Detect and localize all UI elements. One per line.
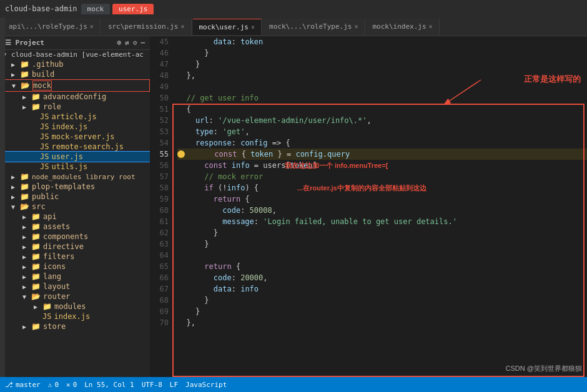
tree-root[interactable]: ▼ cloud-base-admin [vue-element-ac: [0, 50, 150, 59]
folder-icon: 📁: [31, 272, 41, 281]
tree-item-public[interactable]: ▶ 📁 public: [0, 192, 150, 202]
editor-tab-bar: api\...\roleType.js × src\permission.js …: [0, 17, 587, 36]
tree-item-remotesearchjs[interactable]: ▶ JS remote-search.js: [0, 142, 150, 152]
arrow-icon: ▶: [22, 213, 31, 220]
status-bar: ⎇ master ⚠ 0 ✕ 0 Ln 55, Col 1 UTF-8 LF J…: [0, 377, 587, 392]
folder-icon: 📁: [31, 242, 41, 251]
tree-item-router-indexjs[interactable]: ▶ JS index.js: [0, 311, 150, 321]
tab-roletype-api[interactable]: api\...\roleType.js ×: [2, 19, 101, 35]
tree-item-modules[interactable]: ▶ 📁 modules: [0, 301, 150, 311]
status-language: JavaScript: [185, 381, 227, 389]
tab-mock-index[interactable]: mock\index.js ×: [367, 19, 440, 35]
tree-item-mock[interactable]: ▼ 📂 mock: [0, 79, 150, 92]
git-icon: ⎇: [5, 381, 13, 389]
folder-open-icon: 📂: [20, 202, 29, 211]
status-errors: ✕ 0: [66, 381, 77, 389]
warning-icon: ⚠: [48, 381, 52, 389]
arrow-icon: ▶: [22, 323, 31, 330]
code-line-51: {: [177, 104, 587, 115]
folder-icon: 📁: [31, 92, 41, 101]
tab-mock-user[interactable]: mock\user.js ×: [193, 19, 262, 35]
tree-item-layout[interactable]: ▶ 📁 layout: [0, 282, 150, 292]
tree-item-advancedconfig[interactable]: ▶ 📁 advancedConfig: [0, 92, 150, 102]
line-numbers: 45 46 47 48 49 50 51 52 53 54 55 56 57 5…: [150, 36, 172, 377]
tree-item-store[interactable]: ▶ 📁 store: [0, 321, 150, 331]
code-line-60: code: 50008,: [177, 205, 587, 216]
js-file-icon: JS: [40, 142, 49, 151]
arrow-icon: ▶: [22, 253, 31, 260]
tree-item-icons[interactable]: ▶ 📁 icons: [0, 262, 150, 272]
folder-icon: 📁: [20, 172, 29, 181]
tab-roletype-mock[interactable]: mock\...\roleType.js ×: [263, 19, 365, 35]
tree-item-ploptemplates[interactable]: ▶ 📁 plop-templates: [0, 182, 150, 192]
sidebar: ☰ Project ⊕ ⇄ ⚙ — ▼ cloud-base-admin [vu…: [0, 36, 150, 377]
code-line-57: // mock error: [177, 171, 587, 182]
close-tab-icon[interactable]: ×: [429, 23, 433, 30]
code-content: data: token } } },: [172, 36, 587, 377]
folder-icon: 📁: [31, 212, 41, 221]
arrow-icon: ▶: [22, 104, 31, 110]
code-line-63: }: [177, 238, 587, 250]
arrow-icon: ▶: [11, 61, 20, 68]
tree-item-src[interactable]: ▼ 📂 src: [0, 202, 150, 212]
tree-item-userjs[interactable]: ▶ JS user.js: [0, 152, 150, 162]
refresh-icon[interactable]: ⇄: [125, 39, 129, 47]
status-encoding: UTF-8: [142, 381, 162, 389]
folder-icon: 📁: [31, 232, 41, 241]
tree-item-nodemodules[interactable]: ▶ 📁 node_modules library root: [0, 172, 150, 182]
code-line-54: response: config => {: [177, 137, 587, 149]
tree-item-components[interactable]: ▶ 📁 components: [0, 232, 150, 242]
folder-icon: 📁: [31, 102, 41, 111]
settings-icon[interactable]: ⚙: [133, 39, 137, 47]
close-tab-icon[interactable]: ×: [90, 23, 94, 30]
arrow-icon: ▼: [11, 203, 20, 210]
arrow-icon: ▶: [22, 94, 31, 100]
tree-item-mockserverjs[interactable]: ▶ JS mock-server.js: [0, 132, 150, 142]
tree-item-build[interactable]: ▶ 📁 build: [0, 69, 150, 79]
tree-item-lang[interactable]: ▶ 📁 lang: [0, 272, 150, 282]
arrow-icon: ▶: [22, 273, 31, 280]
close-tab-icon[interactable]: ×: [354, 23, 358, 30]
tree-item-router[interactable]: ▼ 📂 router: [0, 292, 150, 301]
title-tab-mock[interactable]: mock: [81, 4, 111, 14]
annotation-top-right: 正常是这样写的: [524, 74, 581, 85]
close-tab-icon[interactable]: ×: [251, 24, 255, 31]
code-container[interactable]: 45 46 47 48 49 50 51 52 53 54 55 56 57 5…: [150, 36, 587, 377]
sidebar-header: ☰ Project ⊕ ⇄ ⚙ —: [0, 36, 150, 50]
folder-icon: 📁: [20, 182, 29, 191]
tree-item-assets[interactable]: ▶ 📁 assets: [0, 222, 150, 232]
code-line-61: message: 'Login failed, unable to get us…: [177, 216, 587, 227]
js-file-icon: JS: [40, 152, 49, 161]
status-line-col: Ln 55, Col 1: [84, 381, 134, 389]
tree-item-api[interactable]: ▶ 📁 api: [0, 212, 150, 222]
annotation-mid-right: ...在router.js中复制的内容全部粘贴到这边: [297, 182, 427, 194]
sidebar-header-icons[interactable]: ⊕ ⇄ ⚙ —: [117, 39, 146, 47]
activity-bar: [0, 17, 5, 377]
collapse-icon[interactable]: —: [141, 39, 145, 47]
close-tab-icon[interactable]: ×: [180, 23, 184, 30]
title-tab-userjs[interactable]: user.js: [112, 4, 154, 14]
title-bar: cloud-base-admin mock user.js: [0, 0, 587, 17]
folder-icon: 📁: [31, 222, 41, 231]
tree-item-articlejs[interactable]: ▶ JS article.js: [0, 112, 150, 122]
tree-item-mock-indexjs[interactable]: ▶ JS index.js: [0, 122, 150, 132]
code-line-66: code: 20000,: [177, 272, 587, 283]
tab-permission[interactable]: src\permission.js ×: [102, 19, 192, 35]
tree-item-directive[interactable]: ▶ 📁 directive: [0, 242, 150, 252]
code-line-64: [177, 250, 587, 261]
editor-area: 45 46 47 48 49 50 51 52 53 54 55 56 57 5…: [150, 36, 587, 377]
status-branch: ⎇ master: [5, 381, 41, 389]
code-line-46: }: [177, 47, 587, 59]
tree-item-filters[interactable]: ▶ 📁 filters: [0, 252, 150, 262]
annotation-mid-left: 我在这边加一个 info.menuTree=[: [285, 160, 388, 171]
tree-item-github[interactable]: ▶ 📁 .github: [0, 59, 150, 69]
sidebar-title: ☰ Project: [5, 39, 44, 47]
add-icon[interactable]: ⊕: [117, 39, 122, 47]
js-file-icon: JS: [42, 312, 51, 321]
tree-item-role[interactable]: ▶ 📁 role: [0, 102, 150, 112]
arrow-icon: ▼: [12, 82, 21, 89]
tree-item-utilsjs[interactable]: ▶ JS utils.js: [0, 162, 150, 172]
arrow-icon: ▶: [22, 263, 31, 270]
arrow-icon: ▶: [22, 283, 31, 290]
code-line-55: const { token } = config.query: [177, 149, 587, 160]
